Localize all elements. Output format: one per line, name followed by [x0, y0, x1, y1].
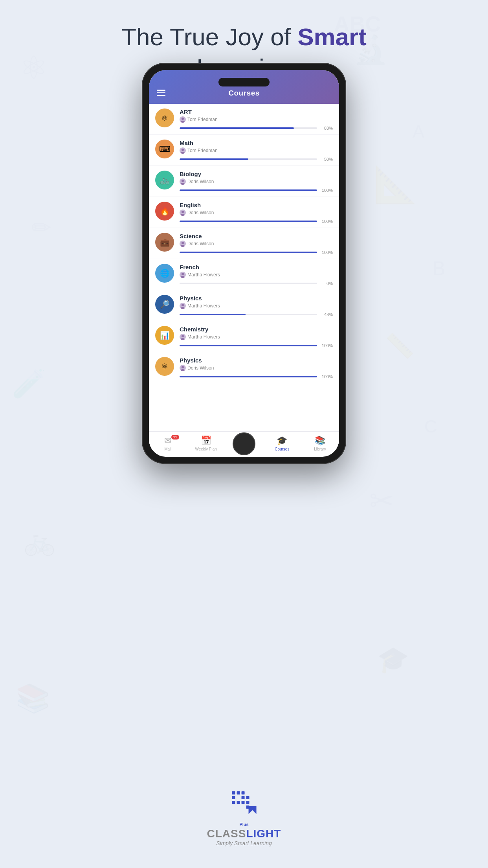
logo-plus: Plus — [207, 822, 281, 827]
course-item-chemistry[interactable]: 📊 Chemistry Martha Flowers 100% — [149, 321, 339, 352]
progress-bar-bg-biology — [180, 189, 317, 191]
course-icon-science: 💼 — [155, 233, 174, 252]
progress-row-math: 50% — [180, 157, 333, 162]
progress-bar-fill-english — [180, 221, 317, 222]
svg-text:📏: 📏 — [385, 332, 415, 360]
svg-text:C: C — [424, 416, 437, 436]
progress-bar-bg-physics-martha — [180, 314, 317, 315]
course-icon-chemistry: 📊 — [155, 326, 174, 345]
svg-point-21 — [182, 180, 184, 182]
course-info-biology: Biology Doris Wilson 100% — [180, 171, 333, 193]
course-item-biology[interactable]: 🚲 Biology Doris Wilson 100% — [149, 166, 339, 197]
hamburger-line-3 — [157, 95, 165, 96]
logo-icon — [228, 787, 260, 819]
app-content: Courses ⚛ ART Tom Friedman — [149, 70, 339, 457]
nav-icon-weekly-plan: 📅 — [201, 436, 211, 446]
hamburger-menu[interactable] — [157, 90, 165, 96]
progress-pct-chemistry: 100% — [320, 343, 333, 348]
title-text-1: The True Joy of — [121, 23, 297, 50]
nav-label-weekly-plan: Weekly Plan — [195, 447, 216, 451]
progress-row-art: 83% — [180, 126, 333, 131]
teacher-avatar-french — [180, 272, 186, 278]
progress-pct-science: 100% — [320, 250, 333, 255]
logo-text: CLASSLIGHT — [207, 828, 281, 840]
progress-bar-fill-science — [180, 252, 317, 253]
nav-item-courses[interactable]: 🎓 Courses — [263, 436, 301, 451]
svg-text:📐: 📐 — [373, 164, 418, 206]
course-info-french: French Martha Flowers 0% — [180, 264, 333, 286]
teacher-avatar-math — [180, 147, 186, 154]
teacher-avatar-english — [180, 210, 186, 216]
course-icon-french: 🌐 — [155, 264, 174, 283]
progress-row-french: 0% — [180, 281, 333, 286]
progress-pct-french: 0% — [320, 281, 333, 286]
course-info-english: English Doris Wilson 100% — [180, 202, 333, 224]
course-info-art: ART Tom Friedman 83% — [180, 108, 333, 131]
svg-rect-50 — [246, 801, 250, 804]
progress-bar-bg-english — [180, 221, 317, 222]
teacher-avatar-chemistry — [180, 334, 186, 340]
svg-rect-49 — [246, 796, 250, 799]
svg-point-33 — [182, 304, 184, 306]
progress-row-physics-doris: 100% — [180, 374, 333, 379]
course-item-physics-doris[interactable]: ⚛ Physics Doris Wilson 100% — [149, 352, 339, 383]
course-name-physics-martha: Physics — [180, 295, 333, 302]
svg-rect-47 — [237, 801, 240, 804]
course-list[interactable]: ⚛ ART Tom Friedman 83% — [149, 104, 339, 431]
nav-item-library[interactable]: 📚 Library — [301, 436, 339, 451]
phone-frame: Courses ⚛ ART Tom Friedman — [142, 63, 346, 464]
teacher-avatar-art — [180, 116, 186, 123]
progress-bar-bg-chemistry — [180, 345, 317, 346]
course-teacher-chemistry: Martha Flowers — [180, 334, 333, 340]
course-name-science: Science — [180, 233, 333, 239]
nav-item-weekly-plan[interactable]: 📅 Weekly Plan — [187, 436, 225, 451]
nav-item-mail[interactable]: 11 ✉ Mail — [149, 436, 187, 451]
progress-bar-bg-physics-doris — [180, 376, 317, 377]
progress-bar-fill-physics-doris — [180, 376, 317, 377]
progress-row-chemistry: 100% — [180, 343, 333, 348]
course-teacher-art: Tom Friedman — [180, 116, 333, 123]
course-icon-art: ⚛ — [155, 108, 174, 127]
course-item-french[interactable]: 🌐 French Martha Flowers 0% — [149, 259, 339, 290]
progress-row-physics-martha: 48% — [180, 312, 333, 317]
title-highlight: Smart — [297, 23, 367, 50]
svg-point-39 — [182, 366, 184, 368]
course-icon-physics-martha: 🔎 — [155, 295, 174, 314]
course-name-english: English — [180, 202, 333, 208]
nav-icon-courses: 🎓 — [277, 436, 287, 446]
svg-rect-42 — [237, 791, 240, 794]
progress-bar-bg-math — [180, 158, 317, 160]
course-item-science[interactable]: 💼 Science Doris Wilson 100% — [149, 228, 339, 259]
progress-row-english: 100% — [180, 219, 333, 224]
teacher-avatar-physics-martha — [180, 303, 186, 309]
nav-icon-mail: ✉ — [164, 436, 171, 446]
progress-pct-physics-doris: 100% — [320, 374, 333, 379]
course-name-biology: Biology — [180, 171, 333, 177]
svg-point-15 — [182, 118, 184, 120]
progress-row-biology: 100% — [180, 188, 333, 193]
svg-text:✏: ✏ — [31, 215, 51, 241]
course-item-art[interactable]: ⚛ ART Tom Friedman 83% — [149, 104, 339, 135]
course-teacher-physics-martha: Martha Flowers — [180, 303, 333, 309]
course-item-english[interactable]: 🔥 English Doris Wilson 100% — [149, 197, 339, 228]
svg-text:✂: ✂ — [369, 484, 394, 517]
course-teacher-science: Doris Wilson — [180, 241, 333, 247]
phone-screen: Courses ⚛ ART Tom Friedman — [149, 70, 339, 457]
teacher-avatar-biology — [180, 178, 186, 185]
svg-point-36 — [182, 335, 184, 337]
course-icon-biology: 🚲 — [155, 171, 174, 189]
logo-light: LIGHT — [246, 828, 281, 840]
course-item-math[interactable]: ⌨ Math Tom Friedman 50% — [149, 135, 339, 166]
nav-label-courses: Courses — [275, 447, 289, 451]
svg-point-27 — [182, 242, 184, 244]
nav-label-library: Library — [314, 447, 326, 451]
progress-bar-fill-art — [180, 127, 294, 129]
nav-badge-mail: 11 — [171, 435, 179, 440]
course-info-physics-doris: Physics Doris Wilson 100% — [180, 357, 333, 379]
home-button[interactable] — [233, 432, 255, 455]
course-item-physics-martha[interactable]: 🔎 Physics Martha Flowers 48% — [149, 290, 339, 321]
course-teacher-physics-doris: Doris Wilson — [180, 365, 333, 371]
svg-point-18 — [182, 149, 184, 151]
course-teacher-biology: Doris Wilson — [180, 178, 333, 185]
progress-bar-fill-math — [180, 158, 248, 160]
